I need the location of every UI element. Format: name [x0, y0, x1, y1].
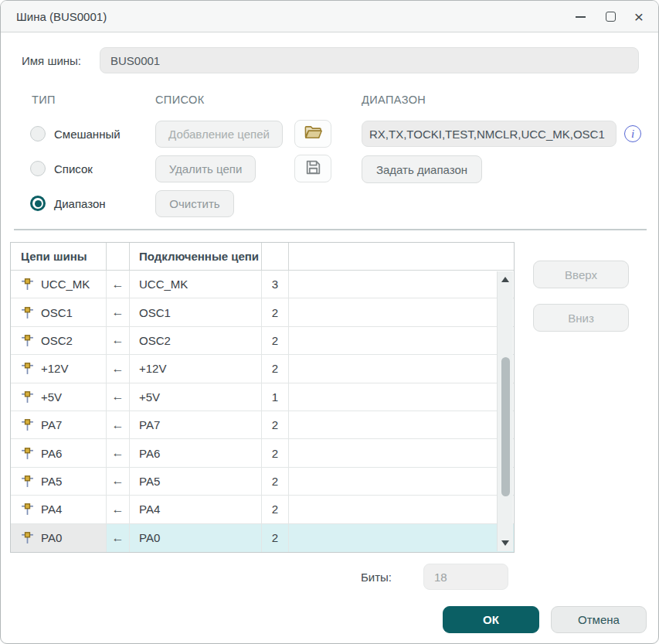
- bus-name-input[interactable]: [100, 47, 639, 73]
- row-filler: [289, 468, 514, 495]
- row-filler: [289, 411, 514, 438]
- bus-net-cell[interactable]: PA4: [11, 496, 107, 523]
- table-row[interactable]: PA7←PA72: [11, 411, 514, 439]
- net-pin-icon: [21, 362, 34, 375]
- connected-net-cell[interactable]: OSC1: [130, 298, 262, 325]
- delete-nets-button[interactable]: Удалить цепи: [155, 155, 256, 182]
- scroll-up-icon[interactable]: [501, 277, 509, 282]
- clear-button[interactable]: Очистить: [155, 190, 234, 217]
- bus-net-name: UCC_MK: [41, 278, 90, 291]
- connection-count: 2: [262, 496, 289, 523]
- table-row[interactable]: OSC2←OSC22: [11, 327, 514, 355]
- ok-button[interactable]: ОК: [443, 606, 539, 633]
- bus-net-cell[interactable]: PA7: [11, 411, 107, 438]
- net-pin-icon: [21, 306, 34, 319]
- window-title: Шина (BUS0001): [16, 10, 107, 23]
- net-pin-icon: [21, 531, 34, 544]
- radio-label-mixed: Смешанный: [54, 128, 121, 141]
- connected-net-cell[interactable]: +12V: [130, 355, 262, 382]
- bits-label: Биты:: [361, 571, 392, 584]
- titlebar: Шина (BUS0001) ×: [1, 1, 658, 32]
- left-arrow-icon: ←: [107, 468, 130, 495]
- net-pin-icon: [21, 334, 34, 347]
- bus-net-name: PA6: [41, 447, 62, 460]
- connected-net-cell[interactable]: PA7: [130, 411, 262, 438]
- net-pin-icon: [21, 503, 34, 516]
- header-connected-nets: Подключенные цепи: [130, 243, 262, 270]
- section-range-header: ДИАПАЗОН: [362, 94, 426, 106]
- table-row[interactable]: +12V←+12V2: [11, 355, 514, 383]
- maximize-icon: [606, 12, 616, 22]
- save-icon: [304, 158, 323, 180]
- table-row[interactable]: +5V←+5V1: [11, 383, 514, 411]
- radio-circle-icon[interactable]: [30, 196, 46, 211]
- table-row[interactable]: PA0←PA02: [11, 524, 514, 552]
- range-input[interactable]: [362, 121, 617, 147]
- left-arrow-icon: ←: [107, 298, 130, 325]
- vertical-scrollbar[interactable]: [497, 271, 513, 551]
- minimize-button[interactable]: [566, 1, 594, 32]
- bus-net-name: OSC1: [41, 306, 73, 319]
- connected-net-cell[interactable]: UCC_MK: [130, 271, 262, 298]
- bus-net-cell[interactable]: +5V: [11, 383, 107, 411]
- connected-net-cell[interactable]: +5V: [130, 383, 262, 411]
- row-filler: [289, 327, 514, 354]
- radio-option-range[interactable]: Диапазон: [30, 195, 106, 212]
- header-filler: [289, 243, 514, 270]
- net-pin-icon: [21, 447, 34, 460]
- scrollbar-thumb[interactable]: [501, 357, 510, 496]
- connected-net-cell[interactable]: PA5: [130, 468, 262, 495]
- minimize-icon: [576, 16, 586, 18]
- section-list-header: СПИСОК: [155, 94, 205, 106]
- radio-circle-icon[interactable]: [30, 126, 46, 141]
- radio-option-mixed[interactable]: Смешанный: [30, 125, 121, 142]
- cancel-button[interactable]: Отмена: [551, 606, 647, 633]
- table-row[interactable]: PA5←PA52: [11, 468, 514, 496]
- row-filler: [289, 271, 514, 298]
- connected-net-cell[interactable]: PA0: [130, 524, 262, 552]
- table-row[interactable]: PA4←PA42: [11, 496, 514, 523]
- open-file-button[interactable]: [294, 120, 331, 148]
- bus-net-cell[interactable]: PA6: [11, 439, 107, 466]
- info-icon[interactable]: i: [624, 125, 641, 142]
- move-down-button[interactable]: Вниз: [533, 304, 629, 332]
- connected-net-cell[interactable]: PA6: [130, 439, 262, 466]
- table-row[interactable]: UCC_MK←UCC_MK3: [11, 271, 514, 298]
- bus-net-cell[interactable]: +12V: [11, 355, 107, 382]
- left-arrow-icon: ←: [107, 355, 130, 382]
- table-header-row: Цепи шины Подключенные цепи: [11, 243, 514, 271]
- bus-net-cell[interactable]: OSC1: [11, 298, 107, 325]
- left-arrow-icon: ←: [107, 411, 130, 438]
- bus-net-cell[interactable]: PA0: [11, 524, 107, 552]
- bus-net-cell[interactable]: OSC2: [11, 327, 107, 354]
- maximize-button[interactable]: [596, 1, 624, 32]
- row-filler: [289, 298, 514, 325]
- net-pin-icon: [21, 418, 34, 431]
- connected-net-cell[interactable]: PA4: [130, 496, 262, 523]
- bus-net-name: OSC2: [41, 334, 73, 347]
- section-type-header: ТИП: [32, 94, 56, 106]
- connection-count: 2: [262, 298, 289, 325]
- connection-count: 1: [262, 383, 289, 411]
- scroll-down-icon[interactable]: [501, 540, 509, 546]
- add-nets-button[interactable]: Добавление цепей: [155, 121, 283, 148]
- connected-net-cell[interactable]: OSC2: [130, 327, 262, 354]
- left-arrow-icon: ←: [107, 383, 130, 411]
- bus-net-name: PA5: [41, 475, 62, 488]
- bus-net-cell[interactable]: PA5: [11, 468, 107, 495]
- nets-table: Цепи шины Подключенные цепи UCC_MK←UCC_M…: [10, 242, 515, 553]
- left-arrow-icon: ←: [107, 271, 130, 298]
- bits-input[interactable]: [423, 564, 508, 590]
- table-row[interactable]: OSC1←OSC12: [11, 298, 514, 326]
- row-filler: [289, 383, 514, 411]
- move-up-button[interactable]: Вверх: [533, 261, 629, 288]
- set-range-button[interactable]: Задать диапазон: [362, 155, 482, 183]
- radio-option-list[interactable]: Список: [30, 160, 93, 177]
- save-file-button[interactable]: [294, 155, 331, 182]
- radio-circle-icon[interactable]: [30, 161, 46, 176]
- table-row[interactable]: PA6←PA62: [11, 439, 514, 467]
- row-filler: [289, 355, 514, 382]
- bus-net-name: +5V: [41, 390, 62, 404]
- close-button[interactable]: ×: [625, 1, 653, 32]
- bus-net-cell[interactable]: UCC_MK: [11, 271, 107, 298]
